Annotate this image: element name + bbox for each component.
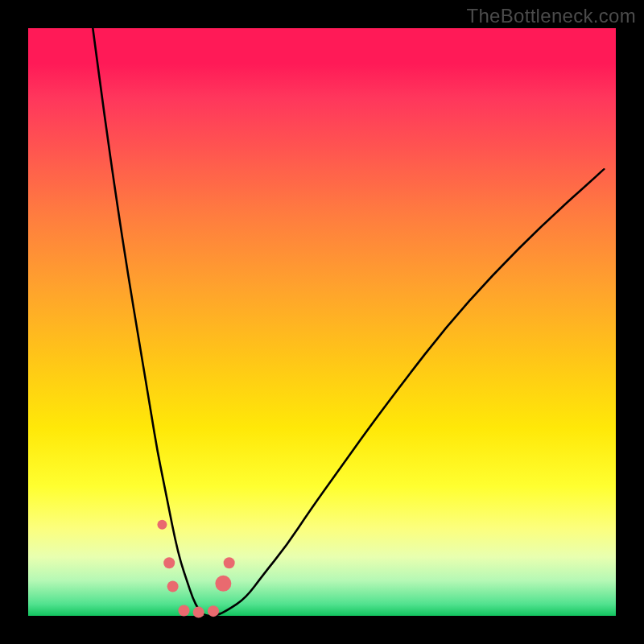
highlight-point xyxy=(178,605,189,616)
plot-area xyxy=(28,28,616,616)
highlight-point xyxy=(193,607,204,618)
highlight-point xyxy=(167,581,179,592)
chart-frame: TheBottleneck.com xyxy=(0,0,644,644)
watermark-text: TheBottleneck.com xyxy=(466,5,636,27)
curve-layer xyxy=(28,28,616,616)
highlight-point xyxy=(163,557,175,568)
highlight-point xyxy=(215,576,231,592)
highlight-point xyxy=(208,605,219,617)
highlight-point xyxy=(224,557,235,568)
bottleneck-curve xyxy=(93,28,604,616)
highlight-point xyxy=(157,520,167,530)
